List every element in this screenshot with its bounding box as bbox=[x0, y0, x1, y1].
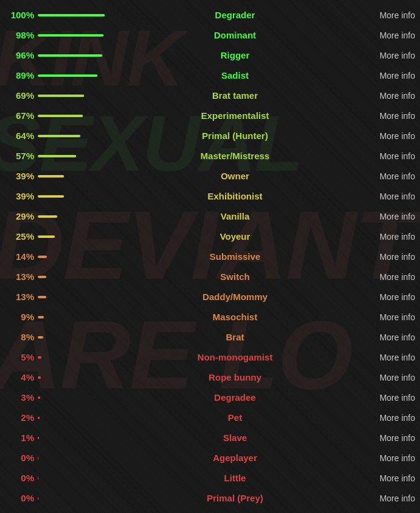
table-row: 29% Vanilla More info bbox=[0, 206, 420, 226]
more-info-button[interactable]: More info bbox=[360, 332, 415, 342]
bar-container bbox=[38, 497, 105, 500]
more-info-button[interactable]: More info bbox=[360, 111, 415, 121]
more-info-button[interactable]: More info bbox=[360, 373, 415, 382]
percentage: 89% bbox=[5, 70, 34, 81]
progress-bar bbox=[38, 34, 104, 37]
progress-bar bbox=[38, 54, 102, 57]
table-row: 2% Pet More info bbox=[0, 407, 420, 428]
more-info-button[interactable]: More info bbox=[360, 252, 415, 262]
role-label: Daddy/Mommy bbox=[110, 292, 360, 302]
progress-bar bbox=[38, 235, 55, 238]
percentage: 64% bbox=[5, 131, 34, 141]
role-label: Vanilla bbox=[110, 211, 360, 221]
bar-container bbox=[38, 396, 105, 399]
bar-container bbox=[38, 115, 105, 117]
bar-container bbox=[38, 155, 105, 157]
bar-container bbox=[38, 34, 105, 37]
more-info-button[interactable]: More info bbox=[360, 212, 415, 221]
bar-container bbox=[38, 256, 105, 258]
bar-container bbox=[38, 235, 105, 238]
table-row: 96% Rigger More info bbox=[0, 45, 420, 65]
more-info-button[interactable]: More info bbox=[360, 312, 415, 322]
progress-bar bbox=[38, 155, 76, 157]
bar-container bbox=[38, 74, 105, 77]
more-info-button[interactable]: More info bbox=[360, 292, 415, 302]
table-row: 100% Degrader More info bbox=[0, 5, 420, 25]
table-row: 1% Slave More info bbox=[0, 428, 420, 448]
progress-bar bbox=[38, 457, 38, 459]
role-label: Submissive bbox=[110, 251, 360, 262]
bar-container bbox=[38, 477, 105, 479]
role-label: Rope bunny bbox=[110, 372, 360, 382]
progress-bar bbox=[38, 396, 40, 399]
table-row: 8% Brat More info bbox=[0, 327, 420, 347]
percentage: 8% bbox=[5, 332, 34, 342]
role-label: Switch bbox=[110, 271, 360, 282]
percentage: 14% bbox=[5, 251, 34, 262]
progress-bar bbox=[38, 376, 41, 379]
more-info-button[interactable]: More info bbox=[360, 453, 415, 463]
percentage: 0% bbox=[5, 453, 34, 463]
more-info-button[interactable]: More info bbox=[360, 171, 415, 181]
progress-bar bbox=[38, 417, 40, 419]
role-label: Sadist bbox=[110, 70, 360, 81]
role-label: Masochist bbox=[110, 312, 360, 322]
bar-container bbox=[38, 376, 105, 379]
more-info-button[interactable]: More info bbox=[360, 51, 415, 60]
role-label: Voyeur bbox=[110, 231, 360, 242]
role-label: Primal (Prey) bbox=[110, 493, 360, 503]
table-row: 13% Daddy/Mommy More info bbox=[0, 287, 420, 307]
role-label: Slave bbox=[110, 432, 360, 443]
progress-bar bbox=[38, 437, 39, 439]
more-info-button[interactable]: More info bbox=[360, 30, 415, 40]
table-row: 39% Owner More info bbox=[0, 166, 420, 186]
table-row: 14% Submissive More info bbox=[0, 246, 420, 267]
more-info-button[interactable]: More info bbox=[360, 272, 415, 282]
more-info-button[interactable]: More info bbox=[360, 91, 415, 101]
more-info-button[interactable]: More info bbox=[360, 10, 415, 20]
more-info-button[interactable]: More info bbox=[360, 71, 415, 81]
role-label: Brat bbox=[110, 332, 360, 342]
table-row: 64% Primal (Hunter) More info bbox=[0, 126, 420, 146]
more-info-button[interactable]: More info bbox=[360, 232, 415, 242]
percentage: 0% bbox=[5, 493, 34, 503]
more-info-button[interactable]: More info bbox=[360, 473, 415, 483]
role-label: Ageplayer bbox=[110, 453, 360, 463]
more-info-button[interactable]: More info bbox=[360, 151, 415, 161]
percentage: 96% bbox=[5, 50, 34, 60]
progress-bar bbox=[38, 497, 38, 500]
bar-container bbox=[38, 95, 105, 97]
role-label: Degrader bbox=[110, 10, 360, 20]
percentage: 39% bbox=[5, 191, 34, 201]
more-info-button[interactable]: More info bbox=[360, 413, 415, 423]
percentage: 5% bbox=[5, 352, 34, 362]
percentage: 13% bbox=[5, 292, 34, 302]
percentage: 57% bbox=[5, 151, 34, 161]
percentage: 25% bbox=[5, 231, 34, 242]
percentage: 3% bbox=[5, 392, 34, 403]
percentage: 29% bbox=[5, 211, 34, 221]
more-info-button[interactable]: More info bbox=[360, 493, 415, 503]
table-row: 9% Masochist More info bbox=[0, 307, 420, 327]
more-info-button[interactable]: More info bbox=[360, 192, 415, 201]
table-row: 98% Dominant More info bbox=[0, 25, 420, 45]
role-label: Owner bbox=[110, 171, 360, 181]
more-info-button[interactable]: More info bbox=[360, 353, 415, 362]
progress-bar bbox=[38, 256, 47, 258]
percentage: 67% bbox=[5, 110, 34, 121]
more-info-button[interactable]: More info bbox=[360, 131, 415, 141]
table-row: 25% Voyeur More info bbox=[0, 226, 420, 246]
role-label: Brat tamer bbox=[110, 90, 360, 101]
percentage: 39% bbox=[5, 171, 34, 181]
more-info-button[interactable]: More info bbox=[360, 393, 415, 403]
percentage: 1% bbox=[5, 432, 34, 443]
progress-bar bbox=[38, 276, 46, 278]
role-label: Degradee bbox=[110, 392, 360, 403]
bar-container bbox=[38, 417, 105, 419]
role-label: Non-monogamist bbox=[110, 352, 360, 362]
progress-bar bbox=[38, 336, 43, 339]
bar-container bbox=[38, 437, 105, 439]
more-info-button[interactable]: More info bbox=[360, 433, 415, 443]
bar-container bbox=[38, 54, 105, 57]
bar-container bbox=[38, 316, 105, 318]
